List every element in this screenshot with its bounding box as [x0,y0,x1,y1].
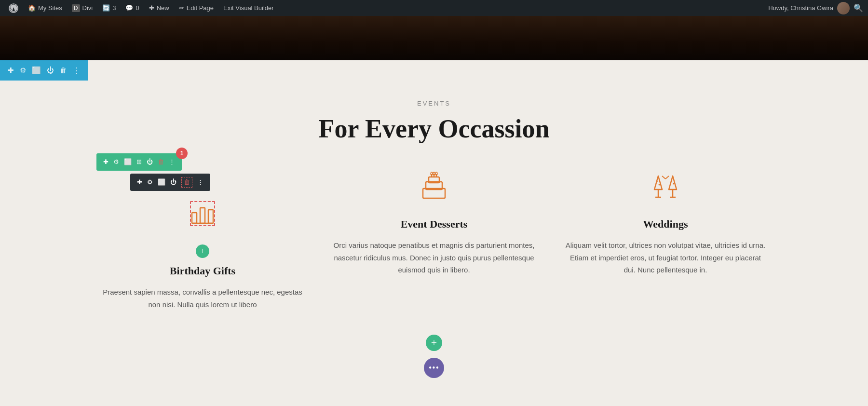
row-toolbar-green: ✚ ⚙ ⬜ ⊞ ⏻ 🗑 ⋮ 1 [96,153,182,171]
section-duplicate-icon[interactable]: ⬜ [32,66,41,75]
edit-page-menu[interactable]: ✏ Edit Page [175,0,217,16]
columns-container: ✚ ⚙ ⬜ ⊞ ⏻ 🗑 ⋮ 1 ✚ ⚙ ⬜ ⏻ [96,168,772,311]
updates-menu[interactable]: 🔄 3 [98,0,120,16]
module-disable-icon[interactable]: ⏻ [170,178,176,186]
row-columns-icon[interactable]: ⊞ [136,158,142,166]
row-settings-icon[interactable]: ⚙ [113,158,119,166]
row-badge: 1 [176,148,188,159]
row-more-icon[interactable]: ⋮ [169,158,175,166]
module-add-icon[interactable]: ✚ [137,178,142,186]
birthday-text: Praesent sapien massa, convallis a pelle… [101,286,304,311]
events-label: EVENTS [96,100,772,107]
my-sites-label: My Sites [38,4,62,12]
section-settings-icon[interactable]: ⚙ [20,66,26,75]
more-options-button[interactable]: ••• [424,358,444,378]
module-settings-icon[interactable]: ⚙ [147,178,153,186]
weddings-icon-area [564,168,767,206]
exit-visual-builder-menu[interactable]: Exit Visual Builder [219,0,278,16]
module-delete-icon[interactable]: 🗑 [181,177,192,188]
updates-count: 3 [112,4,116,12]
section-toolbar: ✚ ⚙ ⬜ ⏻ 🗑 ⋮ [0,60,88,81]
events-title: For Every Occassion [96,114,772,144]
search-icon[interactable]: 🔍 [854,3,863,13]
weddings-title: Weddings [564,218,767,230]
divi-label: Divi [82,4,93,12]
module-duplicate-icon[interactable]: ⬜ [158,178,165,186]
comments-menu[interactable]: 💬 0 [122,0,143,16]
weddings-column: Weddings Aliquam velit tortor, ultrices … [564,168,767,311]
desserts-title: Event Desserts [333,218,535,230]
add-module-button[interactable]: + [196,244,209,258]
admin-bar-right: Howdy, Christina Gwira 🔍 [768,2,863,14]
svg-point-23 [671,180,672,181]
svg-point-20 [659,184,660,186]
cake-icon [417,170,451,204]
divi-icon: D [72,4,80,12]
svg-line-18 [662,176,665,179]
comments-icon: 💬 [125,4,133,12]
desserts-column: Event Desserts Orci varius natoque penat… [333,168,535,311]
desserts-text: Orci varius natoque penatibus et magnis … [333,239,535,276]
divi-menu[interactable]: D Divi [68,0,96,16]
row-disable-icon[interactable]: ⏻ [147,158,153,166]
weddings-text: Aliquam velit tortor, ultrices non volut… [564,239,767,276]
svg-point-22 [673,183,675,185]
exit-vb-label: Exit Visual Builder [223,4,274,12]
desserts-icon-area [333,168,535,206]
user-greeting: Howdy, Christina Gwira [768,4,833,12]
pencil-icon: ✏ [179,4,184,12]
section-more-icon[interactable]: ⋮ [73,66,80,75]
main-content: EVENTS For Every Occassion ✚ ⚙ ⬜ ⊞ ⏻ 🗑 ⋮… [0,81,868,406]
new-label: New [157,4,169,12]
hero-strip [0,16,868,60]
section-delete-icon[interactable]: 🗑 [60,67,67,75]
birthday-icon-area [101,194,304,233]
svg-point-21 [657,181,658,182]
updates-icon: 🔄 [102,4,110,12]
module-more-icon[interactable]: ⋮ [197,178,203,186]
row-duplicate-icon[interactable]: ⬜ [124,158,132,166]
admin-bar: 🏠 My Sites D Divi 🔄 3 💬 0 ✚ New ✏ Edit P… [0,0,868,16]
add-row-button[interactable]: + [426,335,442,351]
wordpress-logo[interactable] [5,0,22,16]
birthday-column: ✚ ⚙ ⬜ ⊞ ⏻ 🗑 ⋮ 1 ✚ ⚙ ⬜ ⏻ [101,168,304,311]
svg-line-19 [665,176,669,179]
new-menu[interactable]: ✚ New [145,0,173,16]
section-add-icon[interactable]: ✚ [8,66,14,75]
section-disable-icon[interactable]: ⏻ [47,67,54,75]
birthday-title: Birthday Gifts [101,265,304,277]
bottom-actions: + ••• [96,325,772,378]
edit-page-label: Edit Page [187,4,214,12]
my-sites-menu[interactable]: 🏠 My Sites [24,0,66,16]
user-avatar [837,2,850,14]
row-add-icon[interactable]: ✚ [103,158,108,166]
row-delete-icon[interactable]: 🗑 [158,158,164,166]
comments-count: 0 [136,4,139,12]
house-icon: 🏠 [28,4,36,12]
module-toolbar-dark: ✚ ⚙ ⬜ ⏻ 🗑 ⋮ [130,174,210,191]
plus-icon: ✚ [149,4,154,12]
champagne-glasses-icon [649,170,682,204]
events-section: EVENTS For Every Occassion ✚ ⚙ ⬜ ⊞ ⏻ 🗑 ⋮… [96,100,772,378]
